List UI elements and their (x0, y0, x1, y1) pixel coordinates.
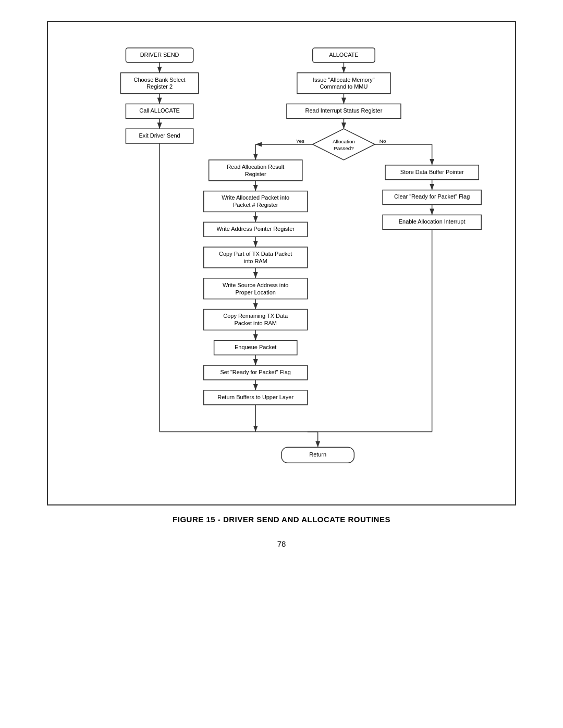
clear-ready-flag-label: Clear "Ready for Packet" Flag (394, 193, 470, 200)
enqueue-packet-label: Enqueue Packet (235, 344, 276, 350)
call-allocate-label: Call ALLOCATE (139, 107, 180, 114)
allocate-label: ALLOCATE (329, 52, 358, 58)
no-label: No (380, 138, 386, 144)
yes-label: Yes (296, 138, 304, 144)
return-label: Return (309, 451, 326, 458)
flowchart-svg: DRIVER SEND Choose Bank Select Register … (58, 38, 505, 489)
store-data-buffer-label: Store Data Buffer Pointer (400, 169, 464, 175)
return-buffers-label: Return Buffers to Upper Layer (217, 394, 293, 400)
copy-part-tx-label: Copy Part of TX Data Packet (219, 251, 292, 257)
allocation-passed-label2: Passed? (334, 145, 354, 151)
write-allocated-packet-label2: Packet # Register (233, 202, 278, 208)
page-container: DRIVER SEND Choose Bank Select Register … (0, 0, 563, 569)
write-source-address-label: Write Source Address into (223, 282, 288, 288)
write-allocated-packet-label: Write Allocated Packet into (222, 194, 289, 201)
enable-allocation-interrupt-label: Enable Allocation Interrupt (399, 218, 466, 225)
write-source-address-label2: Proper Location (236, 289, 276, 295)
set-ready-flag-label: Set "Ready for Packet" Flag (221, 369, 291, 375)
choose-bank-label2: Register 2 (146, 83, 173, 90)
issue-allocate-label2: Command to MMU (320, 83, 368, 90)
exit-driver-send-label: Exit Driver Send (139, 132, 180, 139)
choose-bank-label: Choose Bank Select (134, 77, 186, 83)
figure-caption: FIGURE 15 - DRIVER SEND AND ALLOCATE ROU… (173, 515, 390, 524)
copy-part-tx-label2: into RAM (244, 258, 267, 264)
read-allocation-result-label2: Register (245, 171, 266, 177)
copy-remaining-tx-label: Copy Remaining TX Data (223, 313, 288, 319)
read-allocation-result-label: Read Allocation Result (227, 164, 284, 170)
read-interrupt-status-label: Read Interrupt Status Register (305, 107, 383, 114)
allocation-passed-label: Allocation (333, 139, 355, 144)
svg-marker-14 (313, 129, 375, 160)
copy-remaining-tx-label2: Packet into RAM (234, 320, 276, 326)
driver-send-label: DRIVER SEND (140, 52, 179, 58)
write-address-pointer-label: Write Address Pointer Register (217, 226, 295, 232)
diagram-box: DRIVER SEND Choose Bank Select Register … (47, 21, 516, 505)
issue-allocate-label: Issue "Allocate Memory" (313, 77, 375, 83)
page-number: 78 (277, 539, 286, 548)
